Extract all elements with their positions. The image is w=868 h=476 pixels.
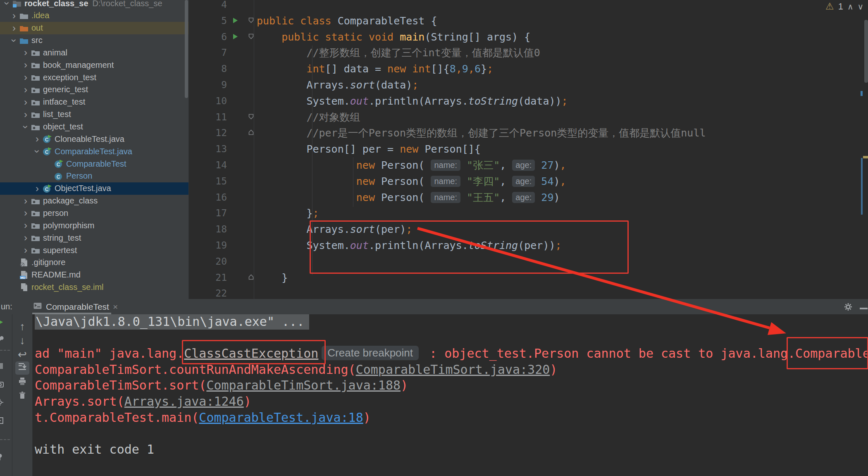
stacktrace-link[interactable]: ComparableTest.java:18 <box>199 410 363 425</box>
editor-line[interactable]: 18 Arrays.sort(per); <box>189 221 868 237</box>
wrench-icon[interactable] <box>0 336 4 345</box>
tree-row[interactable]: ›supertest <box>0 244 189 256</box>
tree-row[interactable]: ›animal <box>0 46 189 59</box>
tree-row[interactable]: CPerson <box>0 170 189 182</box>
chevron-right-icon[interactable]: › <box>20 98 31 106</box>
fold-end-icon[interactable] <box>248 274 254 282</box>
tree-row[interactable]: CComparableTest <box>0 158 189 170</box>
minimize-icon[interactable] <box>860 308 868 309</box>
chevron-right-icon[interactable]: › <box>20 73 31 81</box>
run-tab[interactable]: ComparableTest × <box>33 299 118 314</box>
fold-start-icon[interactable] <box>248 17 254 25</box>
class-run-icon: C <box>43 184 54 193</box>
print-icon[interactable] <box>12 378 32 385</box>
stacktrace-link[interactable]: ComparableTimSort.java:320 <box>356 362 550 377</box>
editor-line[interactable]: 9 Arrays.sort(data); <box>189 77 868 93</box>
chevron-right-icon[interactable]: › <box>20 86 31 94</box>
stacktrace-link[interactable]: ComparableTimSort.java:188 <box>206 378 401 392</box>
fold-end-icon[interactable] <box>248 129 254 137</box>
editor-line[interactable]: 19 System.out.println(Arrays.toString(pe… <box>189 237 868 254</box>
editor-line[interactable]: 17 }; <box>189 205 868 221</box>
create-breakpoint-button[interactable]: Create breakpoint <box>322 346 419 360</box>
run-line-icon[interactable] <box>233 17 238 25</box>
exception-link[interactable]: ClassCastException <box>184 346 318 361</box>
chevron-right-icon[interactable]: › <box>20 61 31 69</box>
pin-icon[interactable] <box>0 453 4 462</box>
chevron-down-icon[interactable]: › <box>10 35 18 46</box>
fold-start-icon[interactable] <box>248 33 254 41</box>
package-icon <box>31 123 42 131</box>
editor-line[interactable]: 16 new Person( name: "王五", age: 29) <box>189 189 868 206</box>
chevron-down-icon[interactable]: › <box>3 0 11 9</box>
chevron-right-icon[interactable]: › <box>20 197 31 205</box>
tree-row[interactable]: MDREADME.md <box>0 269 189 281</box>
tree-row[interactable]: .gitignore <box>0 256 189 269</box>
fold-start-icon[interactable] <box>248 114 254 121</box>
gear-icon[interactable] <box>844 303 852 313</box>
editor-line[interactable]: 14 new Person( name: "张三", age: 27), <box>189 157 868 173</box>
run-line-icon[interactable] <box>233 33 238 41</box>
tree-row[interactable]: ›package_class <box>0 195 189 207</box>
editor-line[interactable]: 7 //整形数组，创建了三个int变量，值都是默认值0 <box>189 45 868 61</box>
tree-row[interactable]: ›CCloneableTest.java <box>0 133 189 145</box>
editor-line[interactable]: 8 int[] data = new int[]{8,9,6}; <box>189 61 868 77</box>
tree-row[interactable]: ›intface_test <box>0 96 189 108</box>
editor-line[interactable]: 11 //对象数组 <box>189 109 868 125</box>
editor-line[interactable]: 12 //per是一个Person类型的数组，创建了三个Person类型的变量，… <box>189 125 868 141</box>
code-text: new Person( name: "李四", age: 54), <box>257 173 566 189</box>
chevron-right-icon[interactable]: › <box>20 221 31 230</box>
screenshot-icon[interactable] <box>0 380 4 390</box>
tree-row[interactable]: ›string_test <box>0 232 189 244</box>
tree-row[interactable]: ›object_test <box>0 121 189 133</box>
chevron-right-icon[interactable]: › <box>32 135 43 143</box>
editor-line[interactable]: 21 } <box>189 270 868 286</box>
tree-row[interactable]: ›generic_test <box>0 84 189 96</box>
tree-row[interactable]: ›rocket_class_seD:\rocket_class_se <box>0 0 189 10</box>
tree-row[interactable]: ›person <box>0 207 189 219</box>
soft-wrap-icon[interactable]: ↩ <box>12 349 32 360</box>
console-output[interactable]: ↑↓↩ \Java\jdk1.8.0_131\bin\java.exe" ...… <box>0 314 868 476</box>
editor-line[interactable]: 22 <box>189 285 868 299</box>
editor-line[interactable]: 4 <box>189 0 868 13</box>
tree-row[interactable]: ›CObjectTest.java <box>0 182 189 195</box>
tree-row[interactable]: ›.idea <box>0 10 189 22</box>
tree-row[interactable]: ›src <box>0 34 189 47</box>
chevron-down-icon[interactable]: › <box>33 146 41 157</box>
tree-row[interactable]: ›list_test <box>0 108 189 121</box>
editor-line[interactable]: 15 new Person( name: "李四", age: 54), <box>189 173 868 189</box>
editor-line[interactable]: 20 <box>189 254 868 270</box>
chevron-right-icon[interactable]: › <box>32 184 43 193</box>
parameter-hint: name: <box>431 192 460 203</box>
chevron-right-icon[interactable]: › <box>20 209 31 217</box>
chevron-down-icon[interactable]: › <box>21 122 30 132</box>
stacktrace-link[interactable]: Arrays.java:1246 <box>124 394 244 409</box>
chevron-right-icon[interactable]: › <box>20 246 31 254</box>
scroll-end-icon[interactable] <box>12 363 32 370</box>
tree-scrollbar[interactable] <box>185 0 188 98</box>
step-up-icon[interactable]: ↑ <box>12 321 32 332</box>
tree-row[interactable]: ›CComparableTest.java <box>0 145 189 158</box>
restore-icon[interactable] <box>0 417 4 426</box>
tree-row[interactable]: ›out <box>0 22 189 34</box>
editor-line[interactable]: 13 Person[] per = new Person[]{ <box>189 141 868 157</box>
code-editor[interactable]: ⚠1∧∨ 45public class ComparableTest {6 pu… <box>189 0 868 299</box>
tree-row[interactable]: ›polymorphism <box>0 219 189 232</box>
folder-excluded-icon <box>19 24 31 32</box>
chevron-right-icon[interactable]: › <box>9 24 19 32</box>
chevron-right-icon[interactable]: › <box>20 234 31 242</box>
chevron-right-icon[interactable]: › <box>9 12 19 20</box>
tree-row[interactable]: rocket_class_se.iml <box>0 281 189 294</box>
build-icon[interactable] <box>0 399 4 408</box>
tree-row[interactable]: ›exception_test <box>0 71 189 84</box>
editor-line[interactable]: 6 public static void main(String[] args)… <box>189 29 868 45</box>
step-down-icon[interactable]: ↓ <box>12 335 32 346</box>
chevron-right-icon[interactable]: › <box>20 48 31 57</box>
chevron-right-icon[interactable]: › <box>20 110 31 119</box>
rerun-icon[interactable] <box>0 318 4 328</box>
clear-icon[interactable] <box>12 392 32 399</box>
editor-line[interactable]: 5public class ComparableTest { <box>189 13 868 29</box>
editor-line[interactable]: 10 System.out.println(Arrays.toString(da… <box>189 93 868 109</box>
close-tab-icon[interactable]: × <box>113 302 118 312</box>
tree-row[interactable]: ›book_management <box>0 59 189 71</box>
stop-icon[interactable] <box>0 362 4 371</box>
